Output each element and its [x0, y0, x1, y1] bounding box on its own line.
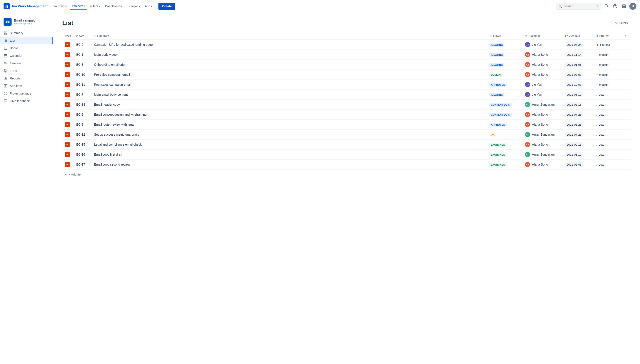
status-badge[interactable]: LAUNCHED	[489, 153, 507, 156]
sidebar-item-project-settings[interactable]: Project settings	[0, 90, 53, 97]
status-cell[interactable]: IDEATING	[487, 50, 522, 60]
table-row[interactable]: ✉ EC-8 Onboarding email drip IDEATING AS…	[62, 60, 631, 70]
status-cell[interactable]: DESIGN	[487, 70, 522, 80]
assignee-cell[interactable]: AU Amar Sundaram	[522, 100, 562, 110]
status-badge[interactable]: IDEATING	[489, 63, 504, 66]
assignee-cell[interactable]: JY Jie Yan	[522, 40, 562, 50]
status-cell[interactable]: APPROVED	[487, 120, 522, 130]
assignee-cell[interactable]: JY Jie Yan	[522, 90, 562, 100]
nav-people[interactable]: People ▾	[126, 3, 142, 9]
sidebar-item-reports[interactable]: Reports	[0, 74, 53, 82]
key-cell[interactable]: EC-9	[74, 120, 91, 130]
status-badge[interactable]: IDEATING	[489, 53, 504, 56]
status-badge[interactable]: APPROVED	[489, 83, 507, 86]
status-cell[interactable]: IDEATING	[487, 60, 522, 70]
status-badge[interactable]: LAUNCHED	[489, 163, 507, 166]
project-header[interactable]: 📧 Email campaign Business project	[0, 16, 53, 29]
col-header-status[interactable]: ↻ Status	[487, 32, 522, 40]
assignee-cell[interactable]: AS Alana Song	[522, 60, 562, 70]
key-cell[interactable]: EC-10	[74, 70, 91, 80]
summary-cell[interactable]: Main email body content	[91, 90, 487, 100]
key-cell[interactable]: EC-12	[74, 130, 91, 140]
key-cell[interactable]: EC-15	[74, 140, 91, 150]
table-row[interactable]: ✉ EC-11 Post-sales campaign email APPROV…	[62, 80, 631, 90]
sidebar-item-board[interactable]: Board	[0, 44, 53, 52]
summary-cell[interactable]: Email footer review with legal	[91, 120, 487, 130]
assignee-cell[interactable]: AS Alana Song	[522, 50, 562, 60]
table-row[interactable]: ✉ EC-16 Email copy first draft LAUNCHED …	[62, 150, 631, 160]
table-row[interactable]: ✉ EC-2 Campaign URL for dedicated landin…	[62, 40, 631, 50]
status-badge[interactable]: CONTENT DEV..	[489, 113, 512, 116]
key-cell[interactable]: EC-8	[74, 60, 91, 70]
table-row[interactable]: ✉ EC-9 Email concept design and wirefram…	[62, 110, 631, 120]
sidebar-item-give-feedback[interactable]: Give feedback	[0, 97, 53, 105]
summary-cell[interactable]: Email copy second review	[91, 160, 487, 170]
status-cell[interactable]: APPROVED	[487, 80, 522, 90]
sidebar-item-summary[interactable]: Summary	[0, 29, 53, 37]
status-cell[interactable]: IDEATING	[487, 40, 522, 50]
logo[interactable]: Jira Work Management	[4, 3, 48, 9]
key-cell[interactable]: EC-7	[74, 90, 91, 100]
status-cell[interactable]: LAUNCHED	[487, 140, 522, 150]
summary-cell[interactable]: Pre-sales campaign email	[91, 70, 487, 80]
nav-your-work[interactable]: Your work	[51, 3, 69, 9]
summary-cell[interactable]: Email header copy	[91, 100, 487, 110]
status-badge[interactable]: LAUNCHED	[489, 143, 507, 146]
assignee-cell[interactable]: AU Amar Sundaram	[522, 150, 562, 160]
notifications-icon[interactable]	[603, 3, 610, 10]
table-row[interactable]: ✉ EC-12 Set up success metric guardrails…	[62, 130, 631, 140]
assignee-cell[interactable]: AS Alana Song	[522, 120, 562, 130]
nav-projects[interactable]: Projects ▾	[70, 3, 87, 10]
nav-filters[interactable]: Filters ▾	[88, 3, 102, 9]
status-badge[interactable]: QA	[489, 133, 496, 136]
sidebar-item-calendar[interactable]: Calendar	[0, 52, 53, 60]
status-cell[interactable]: LAUNCHED	[487, 150, 522, 160]
assignee-cell[interactable]: AS Alana Song	[522, 70, 562, 80]
assignee-cell[interactable]: JY Jie Yan	[522, 80, 562, 90]
col-header-add[interactable]: +	[622, 32, 631, 40]
assignee-cell[interactable]: AS Alana Song	[522, 140, 562, 150]
add-item-row[interactable]: + + Add item	[62, 170, 631, 179]
table-row[interactable]: ✉ EC-1 Main body video IDEATING AS Alana…	[62, 50, 631, 60]
table-row[interactable]: ✉ EC-7 Main email body content IDEATING …	[62, 90, 631, 100]
summary-cell[interactable]: Onboarding email drip	[91, 60, 487, 70]
key-cell[interactable]: EC-11	[74, 80, 91, 90]
col-header-priority[interactable]: ⇅ Priority	[593, 32, 622, 40]
key-cell[interactable]: EC-1	[74, 50, 91, 60]
table-row[interactable]: ✉ EC-14 Email header copy CONTENT DEV.. …	[62, 100, 631, 110]
summary-cell[interactable]: Set up success metric guardrails	[91, 130, 487, 140]
key-cell[interactable]: EC-16	[74, 150, 91, 160]
status-cell[interactable]: IDEATING	[487, 90, 522, 100]
key-cell[interactable]: EC-2	[74, 40, 91, 50]
nav-apps[interactable]: Apps ▾	[143, 3, 156, 9]
sidebar-item-add-item[interactable]: Add item	[0, 82, 53, 90]
settings-icon[interactable]	[620, 3, 627, 10]
table-row[interactable]: ✉ EC-15 Legal and compliance email check…	[62, 140, 631, 150]
summary-cell[interactable]: Legal and compliance email check	[91, 140, 487, 150]
table-row[interactable]: ✉ EC-17 Email copy second review LAUNCHE…	[62, 160, 631, 170]
summary-cell[interactable]: Campaign URL for dedicated landing page	[91, 40, 487, 50]
user-avatar[interactable]: U	[629, 3, 636, 10]
status-badge[interactable]: DESIGN	[489, 73, 502, 76]
key-cell[interactable]: EC-17	[74, 160, 91, 170]
col-header-due-date[interactable]: 🏷 Due date	[562, 32, 593, 40]
assignee-cell[interactable]: AS Alana Song	[522, 110, 562, 120]
assignee-cell[interactable]: AU Amar Sundaram	[522, 130, 562, 140]
key-cell[interactable]: EC-9	[74, 110, 91, 120]
status-badge[interactable]: IDEATING	[489, 93, 504, 96]
col-header-assignee[interactable]: @ Assignee	[522, 32, 562, 40]
table-row[interactable]: ✉ EC-10 Pre-sales campaign email DESIGN …	[62, 70, 631, 80]
key-cell[interactable]: EC-14	[74, 100, 91, 110]
summary-cell[interactable]: Email concept design and wireframing	[91, 110, 487, 120]
status-cell[interactable]: CONTENT DEV..	[487, 100, 522, 110]
col-header-key[interactable]: # Key	[74, 32, 91, 40]
status-cell[interactable]: LAUNCHED	[487, 160, 522, 170]
summary-cell[interactable]: Post-sales campaign email	[91, 80, 487, 90]
sidebar-item-list[interactable]: List	[0, 37, 53, 44]
summary-cell[interactable]: Email copy first draft	[91, 150, 487, 160]
status-badge[interactable]: IDEATING	[489, 43, 504, 46]
sidebar-item-form[interactable]: Form	[0, 67, 53, 74]
nav-dashboards[interactable]: Dashboards ▾	[103, 3, 126, 9]
status-cell[interactable]: QA	[487, 130, 522, 140]
search-input[interactable]	[564, 4, 595, 8]
